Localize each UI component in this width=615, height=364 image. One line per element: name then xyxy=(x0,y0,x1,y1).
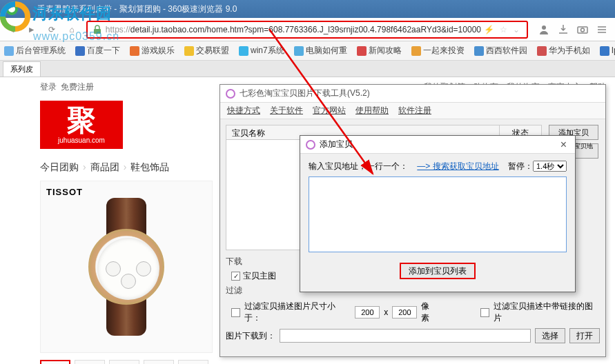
main-image-label: 宝贝主图 xyxy=(243,270,276,282)
tool-title-text: 七彩色淘宝宝贝图片下载工具(V5.2) xyxy=(240,88,370,99)
tool-titlebar[interactable]: 七彩色淘宝宝贝图片下载工具(V5.2) xyxy=(220,85,605,103)
toolbar-actions xyxy=(534,23,612,36)
pause-select[interactable]: 1.4秒 xyxy=(533,161,567,172)
breadcrumb-item[interactable]: 今日团购 xyxy=(40,161,79,172)
close-button[interactable]: × xyxy=(558,139,569,151)
watch-illustration xyxy=(57,191,195,343)
pixel-label: 像素 xyxy=(421,301,438,324)
window-title: 手表男腕表系列皮带 - 聚划算团购 - 360极速浏览器 9.0 xyxy=(37,3,237,15)
open-path-button[interactable]: 打开 xyxy=(569,328,600,343)
breadcrumb: 今日团购›商品团›鞋包饰品 xyxy=(40,161,214,174)
thumbnail[interactable] xyxy=(109,360,139,364)
size-filter-label: 过滤宝贝描述图片尺寸小于： xyxy=(244,301,351,324)
bookmark-item[interactable]: 游戏娱乐 xyxy=(130,45,175,57)
menu-icon[interactable] xyxy=(596,23,608,36)
svg-point-6 xyxy=(581,28,585,32)
bookmark-item[interactable]: 华为手机如 xyxy=(537,45,590,57)
ju-logo-sub: juhuasuan.com xyxy=(58,136,105,144)
thumbnail[interactable] xyxy=(75,360,105,364)
path-label: 图片下载到： xyxy=(226,330,275,342)
capture-icon[interactable] xyxy=(576,23,589,36)
svg-rect-3 xyxy=(94,29,101,34)
select-path-button[interactable]: 选择 xyxy=(535,328,565,343)
breadcrumb-item[interactable]: 鞋包饰品 xyxy=(130,161,169,172)
favorite-icon[interactable]: ☆ xyxy=(500,25,507,34)
reload-button[interactable]: ⟳ xyxy=(43,21,60,39)
tool-tab[interactable]: 快捷方式 xyxy=(227,105,260,117)
svg-point-4 xyxy=(542,26,546,30)
home-button[interactable]: ⌂ xyxy=(64,21,81,39)
add-dialog-titlebar[interactable]: 添加宝贝 × xyxy=(300,136,575,154)
add-to-list-button[interactable]: 添加到宝贝列表 xyxy=(400,263,476,279)
tool-tab[interactable]: 关于软件 xyxy=(270,105,303,117)
search-link[interactable]: —> 搜索获取宝贝地址 xyxy=(417,161,498,172)
link-filter-checkbox[interactable] xyxy=(480,308,489,317)
url-text: https://detail.ju.taobao.com/home.htm?sp… xyxy=(106,25,481,34)
register-link[interactable]: 免费注册 xyxy=(61,81,94,93)
tool-app-icon xyxy=(226,89,235,99)
account-icon[interactable] xyxy=(538,23,550,36)
bookmark-item[interactable]: 交易联盟 xyxy=(184,45,229,57)
back-button[interactable]: ◄ xyxy=(3,21,20,39)
bookmark-item[interactable]: 一起来投资 xyxy=(411,45,465,57)
bookmark-item[interactable]: 西西软件园 xyxy=(474,45,527,57)
main-image-checkbox[interactable]: ✓ xyxy=(231,272,240,281)
browser-titlebar: 手表男腕表系列皮带 - 聚划算团购 - 360极速浏览器 9.0 xyxy=(0,0,615,18)
download-icon[interactable] xyxy=(557,23,569,36)
browser-tab[interactable]: 系列皮 xyxy=(3,61,41,77)
lightning-icon[interactable]: ⚡ xyxy=(484,25,494,34)
path-input[interactable] xyxy=(280,329,531,343)
bookmark-item[interactable]: 百度一下 xyxy=(75,45,120,57)
width-input[interactable] xyxy=(355,306,380,318)
thumbnail[interactable] xyxy=(178,360,208,364)
input-label: 输入宝贝地址，一行一个： xyxy=(309,161,408,172)
bookmarks-bar: 后台管理系统 百度一下 游戏娱乐 交易联盟 win7系统 电脑如何重 新闻攻略 … xyxy=(0,41,615,61)
bookmark-item[interactable]: Iphone教 xyxy=(600,45,615,57)
add-dialog-icon xyxy=(306,140,315,150)
svg-point-2 xyxy=(8,6,15,12)
bookmark-item[interactable]: 电脑如何重 xyxy=(294,45,347,57)
browser-toolbar: ◄ ► ⟳ ⌂ https://detail.ju.taobao.com/hom… xyxy=(0,18,615,41)
forward-button[interactable]: ► xyxy=(23,21,40,39)
add-dialog: 添加宝贝 × 输入宝贝地址，一行一个： —> 搜索获取宝贝地址 暂停：1.4秒 … xyxy=(300,135,576,292)
browser-tabbar: 系列皮 xyxy=(0,61,615,77)
product-image[interactable]: TISSOT xyxy=(40,181,213,353)
ju-logo-char: 聚 xyxy=(67,106,96,135)
bookmark-item[interactable]: win7系统 xyxy=(239,45,284,57)
size-filter-checkbox[interactable] xyxy=(231,308,240,317)
tool-tab[interactable]: 软件注册 xyxy=(398,105,431,117)
breadcrumb-item[interactable]: 商品团 xyxy=(90,161,119,172)
product-thumbnails xyxy=(40,360,214,364)
pause-control: 暂停：1.4秒 xyxy=(508,161,567,172)
url-textarea[interactable] xyxy=(309,176,567,252)
browser-logo-icon xyxy=(4,1,32,17)
dropdown-icon[interactable]: ⌄ xyxy=(513,25,520,34)
address-bar[interactable]: https://detail.ju.taobao.com/home.htm?sp… xyxy=(86,21,528,39)
link-filter-label: 过滤宝贝描述中带链接的图片 xyxy=(494,301,600,324)
bookmark-item[interactable]: 新闻攻略 xyxy=(357,45,402,57)
thumbnail[interactable] xyxy=(144,360,174,364)
tool-tabs: 快捷方式 关于软件 官方网站 使用帮助 软件注册 xyxy=(220,103,605,119)
thumbnail[interactable] xyxy=(40,360,70,364)
tool-tab[interactable]: 官方网站 xyxy=(313,105,346,117)
add-dialog-title: 添加宝贝 xyxy=(320,139,353,150)
bookmark-item[interactable]: 后台管理系统 xyxy=(4,45,66,57)
login-link[interactable]: 登录 xyxy=(40,81,57,93)
height-input[interactable] xyxy=(392,306,417,318)
tool-tab[interactable]: 使用帮助 xyxy=(355,105,389,117)
lock-icon xyxy=(92,24,103,35)
ju-logo[interactable]: 聚 juhuasuan.com xyxy=(40,101,123,149)
